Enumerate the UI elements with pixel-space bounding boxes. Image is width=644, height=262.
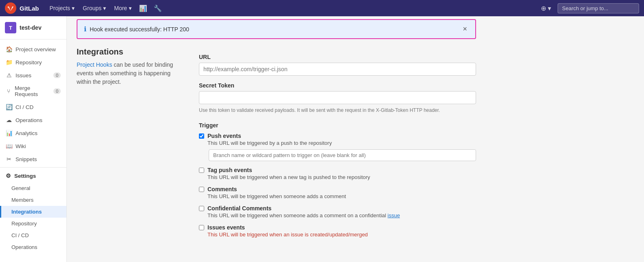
project-hooks-link[interactable]: Project Hooks	[77, 61, 112, 68]
trigger-push-name: Push events	[207, 133, 332, 139]
branch-input[interactable]	[209, 149, 476, 161]
brand-logo[interactable]: GitLab	[5, 2, 39, 14]
trigger-issues-events: Issues events This URL will be triggered…	[199, 224, 476, 238]
trigger-comments-label[interactable]: Comments This URL will be triggered when…	[199, 186, 476, 199]
alert-box: ℹ Hook executed successfully: HTTP 200 ×	[77, 19, 476, 39]
secret-token-hint: Use this token to validate received payl…	[199, 107, 476, 114]
cicd-icon: 🔄	[6, 104, 12, 110]
sidebar-item-merge-requests[interactable]: ⑂ Merge Requests 0	[0, 82, 66, 100]
sidebar-item-issues[interactable]: ⚠ Issues 0	[0, 69, 66, 82]
secret-token-input[interactable]	[199, 91, 476, 104]
integrations-description-panel: Integrations Project Hooks can be used f…	[77, 47, 183, 243]
trigger-comments: Comments This URL will be triggered when…	[199, 186, 476, 199]
trigger-push-checkbox[interactable]	[199, 133, 204, 139]
sidebar-item-operations[interactable]: ☁ Operations	[0, 114, 66, 127]
push-branch-section	[199, 146, 476, 161]
snippets-icon: ✂	[6, 156, 12, 162]
analytics-icon: 📊	[6, 130, 12, 136]
brand-name: GitLab	[20, 5, 39, 12]
issues-badge: 0	[53, 72, 61, 78]
search-box[interactable]: Search or jump to...	[558, 3, 639, 13]
trigger-push-desc: This URL will be triggered by a push to …	[207, 140, 332, 146]
nav-more[interactable]: More ▾	[110, 0, 136, 16]
trigger-confidential-label[interactable]: Confidential Comments This URL will be t…	[199, 205, 476, 218]
url-input[interactable]	[199, 63, 476, 76]
integrations-description: Project Hooks can be used for binding ev…	[77, 61, 183, 86]
trigger-push-events: Push events This URL will be triggered b…	[199, 133, 476, 161]
integrations-title: Integrations	[77, 47, 183, 57]
project-name: test-dev	[20, 24, 42, 31]
trigger-issues-label[interactable]: Issues events This URL will be triggered…	[199, 224, 476, 238]
trigger-comments-checkbox[interactable]	[199, 187, 204, 192]
main-content: development › test-dev › Integrations Se…	[67, 0, 644, 251]
home-icon: 🏠	[6, 46, 12, 52]
sidebar-settings-repository[interactable]: Repository	[0, 218, 66, 229]
trigger-issues-checkbox[interactable]	[199, 225, 204, 230]
sidebar-settings-members[interactable]: Members	[0, 194, 66, 206]
secret-token-label: Secret Token	[199, 82, 476, 89]
trigger-comments-desc: This URL will be triggered when someone …	[207, 193, 346, 199]
sidebar-item-snippets[interactable]: ✂ Snippets	[0, 153, 66, 166]
nav-new-icon[interactable]: ⊕ ▾	[538, 0, 554, 16]
sidebar-settings-operations[interactable]: Operations	[0, 241, 66, 251]
trigger-confidential-desc: This URL will be triggered when someone …	[207, 212, 400, 218]
trigger-tag-push-label[interactable]: Tag push events This URL will be trigger…	[199, 167, 476, 180]
sidebar-settings-submenu: General Members Integrations Repository …	[0, 182, 66, 251]
alert-message: Hook executed successfully: HTTP 200	[90, 26, 189, 33]
sidebar-nav: 🏠 Project overview 📁 Repository ⚠ Issues…	[0, 39, 66, 251]
sidebar-divider	[0, 167, 66, 168]
trigger-tag-push-desc: This URL will be triggered when a new ta…	[207, 174, 370, 180]
alert-info-icon: ℹ	[84, 25, 86, 33]
trigger-confidential-comments: Confidential Comments This URL will be t…	[199, 205, 476, 218]
sidebar-item-cicd[interactable]: 🔄 CI / CD	[0, 100, 66, 114]
trigger-confidential-name: Confidential Comments	[207, 205, 400, 212]
trigger-tag-push-events: Tag push events This URL will be trigger…	[199, 167, 476, 180]
gitlab-logo-icon	[5, 2, 16, 14]
trigger-confidential-checkbox[interactable]	[199, 206, 204, 211]
trigger-issues-name: Issues events	[207, 224, 368, 231]
sidebar-settings-integrations[interactable]: Integrations	[0, 206, 66, 218]
url-label: URL	[199, 54, 476, 60]
merge-requests-badge: 0	[53, 88, 61, 94]
nav-right-section: ⊕ ▾ Search or jump to...	[538, 0, 639, 16]
sidebar-item-project-overview[interactable]: 🏠 Project overview	[0, 43, 66, 56]
trigger-tag-push-name: Tag push events	[207, 167, 370, 173]
trigger-push-label[interactable]: Push events This URL will be triggered b…	[199, 133, 476, 146]
nav-projects[interactable]: Projects ▾	[46, 0, 79, 16]
wiki-icon: 📖	[6, 143, 12, 149]
alert-close-button[interactable]: ×	[461, 25, 469, 33]
sidebar-item-analytics[interactable]: 📊 Analytics	[0, 127, 66, 140]
sidebar: T test-dev 🏠 Project overview 📁 Reposito…	[0, 16, 67, 251]
sidebar-settings-header[interactable]: ⚙ Settings	[0, 169, 66, 182]
alert-content: ℹ Hook executed successfully: HTTP 200	[84, 25, 189, 33]
issues-icon: ⚠	[6, 72, 12, 79]
nav-groups[interactable]: Groups ▾	[79, 0, 110, 16]
integrations-form: URL Secret Token Use this token to valid…	[199, 47, 476, 243]
trigger-label: Trigger	[199, 122, 476, 129]
trigger-comments-name: Comments	[207, 186, 346, 192]
operations-icon: ☁	[6, 117, 12, 123]
trigger-issues-desc: This URL will be triggered when an issue…	[207, 231, 368, 238]
sidebar-settings-cicd[interactable]: CI / CD	[0, 229, 66, 241]
merge-requests-icon: ⑂	[6, 88, 11, 94]
folder-icon: 📁	[6, 59, 12, 66]
sidebar-item-repository[interactable]: 📁 Repository	[0, 56, 66, 69]
trigger-tag-push-checkbox[interactable]	[199, 168, 204, 173]
nav-activity-icon[interactable]: 📊	[136, 0, 150, 16]
content-grid: Integrations Project Hooks can be used f…	[77, 47, 476, 243]
sidebar-item-wiki[interactable]: 📖 Wiki	[0, 140, 66, 153]
confidential-issue-link[interactable]: issue	[388, 212, 400, 218]
sidebar-project-header: T test-dev	[0, 16, 66, 39]
top-navigation: GitLab Projects ▾ Groups ▾ More ▾ 📊 🔧 ⊕ …	[0, 0, 644, 16]
settings-icon: ⚙	[6, 172, 11, 179]
nav-wrench-icon[interactable]: 🔧	[150, 0, 165, 16]
project-avatar: T	[5, 22, 16, 33]
sidebar-settings-general[interactable]: General	[0, 182, 66, 194]
